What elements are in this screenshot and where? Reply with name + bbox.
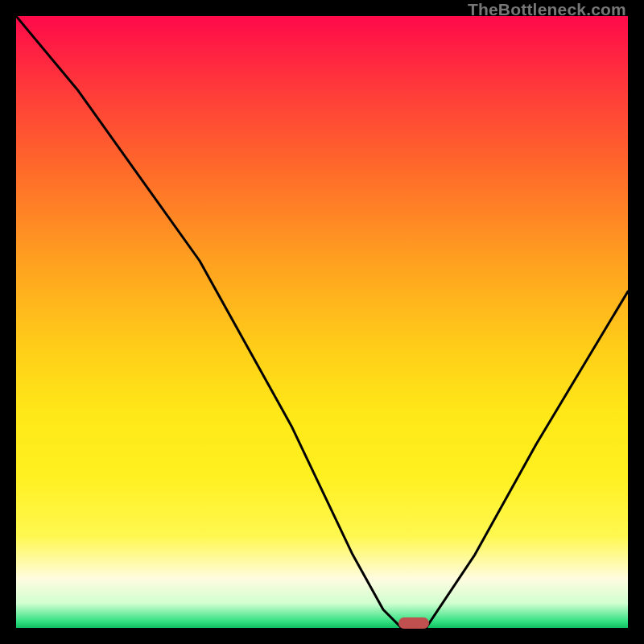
- optimal-marker: [398, 617, 429, 629]
- bottleneck-curve: [16, 16, 628, 628]
- plot-area: [16, 16, 628, 628]
- chart-frame: TheBottleneck.com: [0, 0, 644, 644]
